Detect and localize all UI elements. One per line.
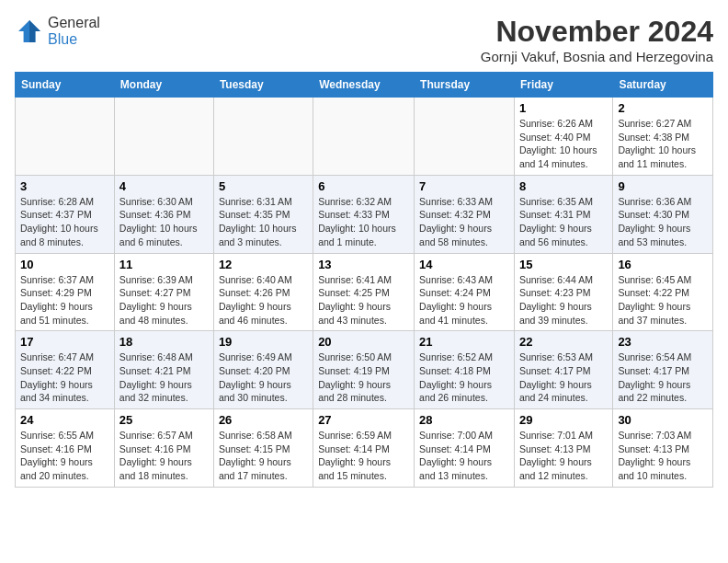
calendar-cell: 6Sunrise: 6:32 AM Sunset: 4:33 PM Daylig…: [313, 175, 415, 253]
calendar-cell: 7Sunrise: 6:33 AM Sunset: 4:32 PM Daylig…: [415, 175, 515, 253]
logo-general-text: General: [48, 15, 100, 31]
day-number: 22: [519, 335, 608, 349]
calendar-cell: 8Sunrise: 6:35 AM Sunset: 4:31 PM Daylig…: [514, 175, 612, 253]
day-info: Sunrise: 6:28 AM Sunset: 4:37 PM Dayligh…: [20, 195, 109, 249]
calendar-cell: 14Sunrise: 6:43 AM Sunset: 4:24 PM Dayli…: [415, 253, 515, 331]
day-number: 17: [20, 335, 109, 349]
calendar-cell: 22Sunrise: 6:53 AM Sunset: 4:17 PM Dayli…: [514, 331, 612, 409]
calendar-week-row: 17Sunrise: 6:47 AM Sunset: 4:22 PM Dayli…: [16, 331, 713, 409]
calendar-cell: 27Sunrise: 6:59 AM Sunset: 4:14 PM Dayli…: [313, 409, 415, 488]
day-number: 24: [20, 413, 109, 427]
month-title: November 2024: [481, 15, 713, 49]
day-number: 9: [618, 179, 708, 193]
calendar-cell: [415, 98, 515, 176]
logo-text: General Blue: [48, 15, 100, 48]
day-info: Sunrise: 6:54 AM Sunset: 4:17 PM Dayligh…: [618, 350, 708, 405]
calendar-header-sunday: Sunday: [16, 73, 115, 98]
day-info: Sunrise: 7:01 AM Sunset: 4:13 PM Dayligh…: [519, 429, 608, 483]
day-number: 3: [20, 179, 109, 193]
title-area: November 2024 Gornji Vakuf, Bosnia and H…: [481, 15, 713, 64]
day-number: 2: [618, 101, 708, 115]
day-info: Sunrise: 6:39 AM Sunset: 4:27 PM Dayligh…: [119, 273, 209, 327]
day-info: Sunrise: 6:37 AM Sunset: 4:29 PM Dayligh…: [20, 273, 109, 327]
calendar-header-thursday: Thursday: [415, 73, 515, 98]
day-info: Sunrise: 6:27 AM Sunset: 4:38 PM Dayligh…: [618, 117, 708, 171]
day-number: 11: [119, 258, 209, 271]
day-number: 16: [618, 258, 708, 271]
day-info: Sunrise: 6:30 AM Sunset: 4:36 PM Dayligh…: [119, 195, 209, 249]
calendar-cell: 29Sunrise: 7:01 AM Sunset: 4:13 PM Dayli…: [514, 409, 612, 488]
calendar-cell: 5Sunrise: 6:31 AM Sunset: 4:35 PM Daylig…: [213, 175, 313, 253]
calendar-cell: [16, 98, 115, 176]
calendar-header-wednesday: Wednesday: [313, 73, 415, 98]
day-number: 29: [519, 413, 608, 427]
calendar-week-row: 3Sunrise: 6:28 AM Sunset: 4:37 PM Daylig…: [16, 175, 713, 253]
calendar-cell: 21Sunrise: 6:52 AM Sunset: 4:18 PM Dayli…: [415, 331, 515, 409]
calendar-cell: 25Sunrise: 6:57 AM Sunset: 4:16 PM Dayli…: [114, 409, 213, 488]
day-number: 21: [419, 335, 509, 349]
day-info: Sunrise: 6:50 AM Sunset: 4:19 PM Dayligh…: [318, 350, 409, 405]
calendar-cell: 4Sunrise: 6:30 AM Sunset: 4:36 PM Daylig…: [114, 175, 213, 253]
logo-icon: [15, 17, 44, 46]
calendar-cell: 20Sunrise: 6:50 AM Sunset: 4:19 PM Dayli…: [313, 331, 415, 409]
day-number: 15: [519, 258, 608, 271]
calendar-cell: 19Sunrise: 6:49 AM Sunset: 4:20 PM Dayli…: [213, 331, 313, 409]
day-number: 30: [618, 413, 708, 427]
day-info: Sunrise: 7:03 AM Sunset: 4:13 PM Dayligh…: [618, 429, 708, 483]
calendar-week-row: 1Sunrise: 6:26 AM Sunset: 4:40 PM Daylig…: [16, 98, 713, 176]
day-number: 10: [20, 258, 109, 271]
calendar-cell: 13Sunrise: 6:41 AM Sunset: 4:25 PM Dayli…: [313, 253, 415, 331]
header: General Blue November 2024 Gornji Vakuf,…: [15, 15, 713, 64]
day-number: 13: [318, 258, 409, 271]
calendar-cell: 23Sunrise: 6:54 AM Sunset: 4:17 PM Dayli…: [613, 331, 713, 409]
day-number: 8: [519, 179, 608, 193]
day-number: 27: [318, 413, 409, 427]
day-info: Sunrise: 6:40 AM Sunset: 4:26 PM Dayligh…: [219, 273, 308, 327]
day-info: Sunrise: 7:00 AM Sunset: 4:14 PM Dayligh…: [419, 429, 509, 483]
day-info: Sunrise: 6:36 AM Sunset: 4:30 PM Dayligh…: [618, 195, 708, 249]
day-info: Sunrise: 6:44 AM Sunset: 4:23 PM Dayligh…: [519, 273, 608, 327]
calendar: SundayMondayTuesdayWednesdayThursdayFrid…: [15, 72, 713, 488]
day-number: 7: [419, 179, 509, 193]
logo-blue-text: Blue: [48, 31, 100, 48]
logo: General Blue: [15, 15, 100, 48]
day-number: 26: [219, 413, 308, 427]
day-info: Sunrise: 6:48 AM Sunset: 4:21 PM Dayligh…: [119, 350, 209, 405]
day-info: Sunrise: 6:41 AM Sunset: 4:25 PM Dayligh…: [318, 273, 409, 327]
day-number: 6: [318, 179, 409, 193]
day-number: 23: [618, 335, 708, 349]
day-info: Sunrise: 6:33 AM Sunset: 4:32 PM Dayligh…: [419, 195, 509, 249]
calendar-header-monday: Monday: [114, 73, 213, 98]
calendar-cell: 12Sunrise: 6:40 AM Sunset: 4:26 PM Dayli…: [213, 253, 313, 331]
calendar-cell: 18Sunrise: 6:48 AM Sunset: 4:21 PM Dayli…: [114, 331, 213, 409]
day-info: Sunrise: 6:43 AM Sunset: 4:24 PM Dayligh…: [419, 273, 509, 327]
calendar-cell: 15Sunrise: 6:44 AM Sunset: 4:23 PM Dayli…: [514, 253, 612, 331]
calendar-cell: 16Sunrise: 6:45 AM Sunset: 4:22 PM Dayli…: [613, 253, 713, 331]
calendar-cell: 28Sunrise: 7:00 AM Sunset: 4:14 PM Dayli…: [415, 409, 515, 488]
day-number: 12: [219, 258, 308, 271]
calendar-header-saturday: Saturday: [613, 73, 713, 98]
calendar-cell: 26Sunrise: 6:58 AM Sunset: 4:15 PM Dayli…: [213, 409, 313, 488]
calendar-cell: [114, 98, 213, 176]
day-number: 28: [419, 413, 509, 427]
day-number: 5: [219, 179, 308, 193]
day-number: 25: [119, 413, 209, 427]
day-info: Sunrise: 6:59 AM Sunset: 4:14 PM Dayligh…: [318, 429, 409, 483]
calendar-cell: 17Sunrise: 6:47 AM Sunset: 4:22 PM Dayli…: [16, 331, 115, 409]
day-info: Sunrise: 6:47 AM Sunset: 4:22 PM Dayligh…: [20, 350, 109, 405]
day-info: Sunrise: 6:53 AM Sunset: 4:17 PM Dayligh…: [519, 350, 608, 405]
calendar-cell: [213, 98, 313, 176]
day-info: Sunrise: 6:35 AM Sunset: 4:31 PM Dayligh…: [519, 195, 608, 249]
calendar-cell: 1Sunrise: 6:26 AM Sunset: 4:40 PM Daylig…: [514, 98, 612, 176]
day-number: 14: [419, 258, 509, 271]
calendar-header-row: SundayMondayTuesdayWednesdayThursdayFrid…: [16, 73, 713, 98]
calendar-header-friday: Friday: [514, 73, 612, 98]
day-number: 1: [519, 101, 608, 115]
calendar-week-row: 24Sunrise: 6:55 AM Sunset: 4:16 PM Dayli…: [16, 409, 713, 488]
day-info: Sunrise: 6:26 AM Sunset: 4:40 PM Dayligh…: [519, 117, 608, 171]
calendar-cell: 9Sunrise: 6:36 AM Sunset: 4:30 PM Daylig…: [613, 175, 713, 253]
day-info: Sunrise: 6:31 AM Sunset: 4:35 PM Dayligh…: [219, 195, 308, 249]
day-info: Sunrise: 6:52 AM Sunset: 4:18 PM Dayligh…: [419, 350, 509, 405]
calendar-header-tuesday: Tuesday: [213, 73, 313, 98]
day-info: Sunrise: 6:55 AM Sunset: 4:16 PM Dayligh…: [20, 429, 109, 483]
